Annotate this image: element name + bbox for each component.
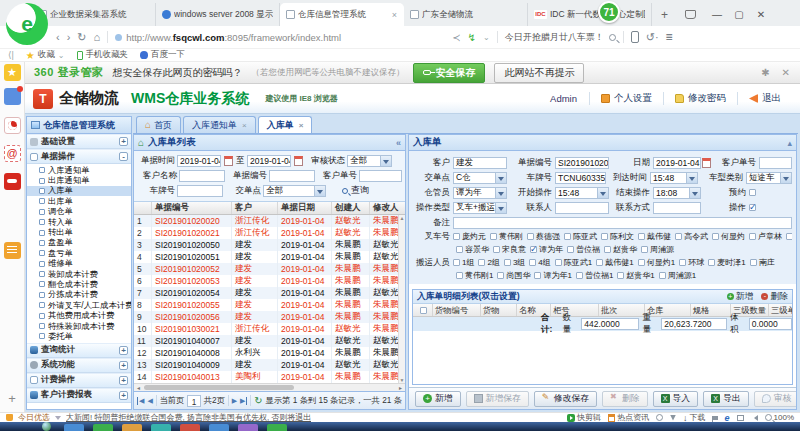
forward-icon[interactable]: › [67, 31, 71, 43]
minimize-button[interactable]: — [706, 9, 728, 26]
worker-checkbox-赵贵华1[interactable]: 赵贵华1 [617, 270, 654, 281]
worker-checkbox-黄伟刚1[interactable]: 黄伟刚1 [456, 270, 493, 281]
section-toggle-icon[interactable]: + [119, 346, 128, 355]
bookmarks-collapse-icon[interactable]: ⟨| [8, 50, 14, 60]
worker-checkbox-曾位福1[interactable]: 曾位福1 [576, 270, 613, 281]
header-menu-profile[interactable]: 个人设置 [589, 92, 663, 105]
worker-checkbox-蔡德强[interactable]: 蔡德强 [527, 231, 560, 242]
back-icon[interactable]: ‹ [56, 31, 60, 43]
plate-input[interactable]: TCNU6033579 [555, 172, 606, 184]
browser-tab[interactable]: 企业数据采集器系统 [32, 3, 156, 26]
checkbox-icon[interactable] [750, 259, 757, 266]
checkbox-icon[interactable] [529, 259, 536, 266]
sidebar-item-外请叉车/人工成本计费[interactable]: 外请叉车/人工成本计费 [27, 300, 131, 310]
point-select[interactable]: 全部 [263, 185, 326, 197]
checkbox-icon[interactable] [641, 246, 648, 253]
vertical-scrollbar[interactable]: ▲▼ [398, 215, 405, 383]
customer-name-input[interactable] [179, 170, 225, 182]
sidebar-section-系统功能[interactable]: 系统功能+ [27, 358, 131, 373]
favorites-button[interactable]: ★收藏⌄ [26, 49, 65, 61]
tab-首页[interactable]: ⌂首页 [136, 116, 181, 133]
reserve-checkbox[interactable] [749, 189, 756, 196]
panel-collapse-icon[interactable]: ▴ [787, 138, 792, 148]
worker-checkbox-何显灼[interactable]: 何显灼 [712, 231, 745, 242]
dropdown-arrow-icon[interactable] [687, 172, 698, 184]
sidebar-section-计费操作[interactable]: 计费操作+ [27, 373, 131, 388]
date-to-input[interactable]: 2019-01-04 [247, 155, 291, 167]
deals-icon[interactable] [6, 414, 13, 421]
dropdown-arrow-icon[interactable] [496, 172, 507, 184]
menu-icon[interactable]: ≡ [666, 30, 673, 44]
taskbar-app-icon[interactable] [180, 424, 200, 431]
worker-checkbox-南庄[interactable]: 南庄 [750, 257, 775, 268]
table-row[interactable]: 8SI201901020055建发2019-01-04朱晨鹏朱晨鹏 [134, 299, 405, 311]
total-volume-input[interactable]: 0.0000 [749, 318, 792, 330]
section-toggle-icon[interactable]: + [119, 137, 128, 146]
sidebar-item-分拣成本计费[interactable]: 分拣成本计费 [27, 290, 131, 300]
checkbox-icon[interactable] [490, 233, 497, 240]
customer-no-input[interactable] [359, 170, 402, 182]
panel-collapse-icon[interactable]: « [396, 138, 401, 148]
checkbox-icon[interactable] [576, 272, 583, 279]
checkbox-icon[interactable] [530, 246, 537, 253]
pin-icon[interactable] [670, 415, 676, 421]
sidebar-item-入库通知单[interactable]: 入库通知单 [27, 165, 131, 175]
sidebar-item-盘亏单[interactable]: 盘亏单 [27, 248, 131, 258]
sidebar-item-委托单[interactable]: 委托单 [27, 331, 131, 341]
worker-checkbox-何显灼1[interactable]: 何显灼1 [638, 257, 675, 268]
search-icon[interactable] [609, 34, 616, 41]
checkbox-icon[interactable] [675, 233, 682, 240]
checkbox-icon[interactable] [453, 233, 460, 240]
table-row[interactable]: 6SI201901020053建发2019-01-04朱晨鹏朱晨鹏 [134, 275, 405, 287]
end-time-select[interactable]: 18:08 [653, 187, 701, 199]
tab-close-icon[interactable]: × [242, 121, 247, 130]
worker-checkbox-宋良意[interactable]: 宋良意 [493, 244, 526, 255]
doc-code-input[interactable] [269, 170, 315, 182]
tab-入库单[interactable]: 入库单× [258, 116, 313, 133]
修改保存-button[interactable]: 修改保存 [534, 391, 597, 407]
checkbox-icon[interactable] [749, 233, 756, 240]
baidu-bookmark[interactable]: 百度一下 [140, 49, 185, 61]
checkbox-icon[interactable] [679, 259, 686, 266]
date-input[interactable]: 2019-01-04 [653, 157, 701, 169]
checkbox-icon[interactable] [527, 233, 534, 240]
mention-icon[interactable]: @ [4, 145, 21, 162]
worker-checkbox-容景华[interactable]: 容景华 [456, 244, 489, 255]
tab-close-icon[interactable]: × [299, 121, 304, 130]
query-button[interactable]: 查询 [336, 183, 375, 198]
table-row[interactable]: 5SI201901020052建发2019-01-04朱晨鹏朱晨鹏 [134, 263, 405, 275]
status-select[interactable]: 全部 [347, 155, 392, 167]
worker-checkbox-黄伟刚[interactable]: 黄伟刚 [490, 231, 523, 242]
sidebar-section-客户计费报表[interactable]: 客户计费报表+ [27, 388, 131, 403]
sidebar-item-盘盈单[interactable]: 盘盈单 [27, 238, 131, 248]
game-icon[interactable] [4, 173, 21, 190]
checkbox-icon[interactable] [456, 246, 463, 253]
worker-checkbox-庞灼元[interactable]: 庞灼元 [453, 231, 486, 242]
taskbar-app-icon[interactable] [122, 424, 142, 431]
detail-add-button[interactable]: +新增 [727, 291, 754, 303]
home-icon[interactable]: ⌂ [94, 31, 101, 43]
dropdown-arrow-icon[interactable] [781, 172, 792, 184]
checkbox-icon[interactable] [659, 272, 666, 279]
share-icon[interactable]: ≺ [452, 32, 460, 43]
mobile-icon[interactable] [631, 31, 639, 43]
sidebar-item-出库单[interactable]: 出库单 [27, 196, 131, 206]
browser-tab[interactable]: 广东全储物流 [404, 3, 528, 26]
worker-checkbox-麦时泽[interactable]: 麦时泽 [786, 231, 792, 242]
worker-checkbox-戴伟健1[interactable]: 戴伟健1 [596, 257, 633, 268]
detail-delete-button[interactable]: -删除 [761, 291, 788, 303]
dismiss-site-button[interactable]: 此网站不再提示 [494, 63, 584, 83]
worker-checkbox-尚国华[interactable]: 尚国华 [497, 270, 530, 281]
checkbox-icon[interactable] [453, 259, 460, 266]
flag-icon[interactable] [713, 416, 718, 420]
speed-badge[interactable]: 71 [598, 1, 620, 23]
sidebar-item-转出单[interactable]: 转出单 [27, 227, 131, 237]
refresh-icon[interactable]: ↻ [77, 31, 86, 44]
start-time-select[interactable]: 15:48 [555, 187, 609, 199]
table-row[interactable]: 13SI201901040009建发2019-01-04赵敏光赵敏光 [134, 359, 405, 371]
sidebar-item-翻仓成本计费[interactable]: 翻仓成本计费 [27, 279, 131, 289]
calendar-icon[interactable] [224, 156, 233, 166]
checkbox-icon[interactable] [555, 259, 562, 266]
taskbar-app-icon[interactable] [267, 424, 287, 431]
checkbox-icon[interactable] [478, 259, 485, 266]
